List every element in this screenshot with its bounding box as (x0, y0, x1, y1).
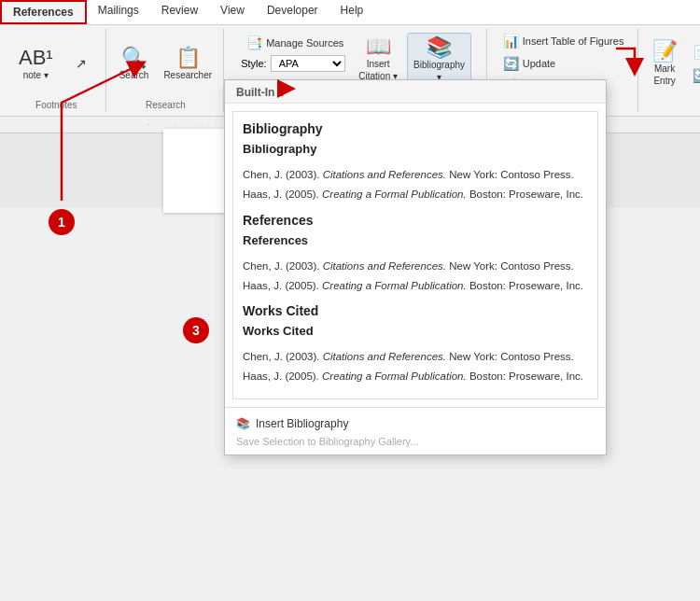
bib-entry-1: Chen, J. (2003). Citations and Reference… (243, 167, 588, 183)
bib-entry-2: Haas, J. (2005). Creating a Formal Publi… (243, 187, 588, 203)
update-index-icon: 🔄 (693, 68, 700, 83)
manage-sources-label: Manage Sources (266, 37, 343, 49)
works-cited-entry-1: Chen, J. (2003). Citations and Reference… (243, 349, 588, 365)
researcher-button[interactable]: 📋 Researcher (158, 44, 217, 84)
tab-help[interactable]: Help (329, 0, 375, 24)
footnote-icon: AB¹ (19, 48, 53, 68)
diagonal-arrow-icon: ↗ (76, 57, 87, 70)
index-group: 📝 Mark Entry 📄 In... Index 2 🔄 Update In… (640, 29, 700, 112)
works-cited-subsection-title[interactable]: Works Cited (243, 324, 588, 338)
search-label: Search (119, 70, 149, 80)
insert-citation-button[interactable]: 📖 Insert Citation ▾ (353, 33, 403, 85)
search-button[interactable]: 🔍 Search (114, 44, 155, 84)
dropdown-builtin-label: Built-In (225, 80, 606, 104)
insert-citation-icon: 📖 (366, 36, 391, 57)
footnotes-group: AB¹ note ▾ ↗ Footnotes (7, 29, 106, 112)
bibliography-section: Bibliography Bibliography Chen, J. (2003… (232, 111, 598, 399)
insert-bib-icon: 📚 (236, 417, 250, 430)
style-row: Style: APA MLA Chicago (241, 55, 349, 72)
tab-references[interactable]: References (0, 0, 87, 24)
research-group: 🔍 Search 📋 Researcher Research (108, 29, 224, 112)
references-subsection-title[interactable]: References (243, 233, 588, 247)
update-icon: 🔄 (503, 56, 519, 71)
insert-bibliography-label: Insert Bibliography (256, 417, 348, 430)
style-select[interactable]: APA MLA Chicago (271, 55, 345, 72)
table-figures-icon: 📊 (503, 34, 519, 49)
researcher-label: Researcher (163, 70, 212, 80)
researcher-icon: 📋 (175, 48, 201, 68)
works-cited-entry-2: Haas, J. (2005). Creating a Formal Publi… (243, 369, 588, 384)
insert-table-of-figures-label: Insert Table of Figures (523, 35, 624, 47)
bibliography-dropdown: Built-In Bibliography Bibliography Chen,… (224, 79, 607, 455)
footnote-label: note ▾ (23, 70, 49, 80)
works-cited-section-title: Works Cited (243, 303, 588, 318)
footnotes-group-label: Footnotes (35, 96, 77, 110)
footnote-settings-button[interactable]: ↗ (63, 53, 100, 74)
tab-view[interactable]: View (209, 0, 256, 24)
bibliography-icon: 📚 (427, 37, 452, 58)
insert-table-of-figures-button[interactable]: 📊 Insert Table of Figures (497, 31, 630, 51)
references-section-title: References (243, 213, 588, 228)
mark-entry-icon: 📝 (652, 41, 678, 62)
insert-citation-label: Insert (367, 59, 390, 69)
tab-bar: References Mailings Review View Develope… (0, 0, 700, 25)
mark-entry-button[interactable]: 📝 Mark Entry (646, 37, 683, 90)
tab-review[interactable]: Review (150, 0, 209, 24)
footnote-button[interactable]: AB¹ note ▾ (13, 44, 59, 84)
callout-1: 1 (49, 209, 75, 235)
style-label: Style: (241, 58, 267, 69)
insert-index-button[interactable]: 📄 In... Index 2 (687, 41, 700, 63)
ref-entry-1: Chen, J. (2003). Citations and Reference… (243, 259, 588, 274)
bibliography-subsection-title[interactable]: Bibliography (243, 142, 588, 156)
tab-developer[interactable]: Developer (256, 0, 329, 24)
update-label: Update (523, 58, 555, 69)
save-selection-button[interactable]: Save Selection to Bibliography Gallery..… (236, 434, 595, 449)
ref-entry-2: Haas, J. (2005). Creating a Formal Publi… (243, 278, 588, 294)
search-icon: 🔍 (121, 48, 147, 68)
bibliography-section-title: Bibliography (243, 121, 588, 136)
dropdown-footer: 📚 Insert Bibliography Save Selection to … (225, 407, 606, 454)
manage-sources-icon: 📑 (246, 35, 262, 50)
insert-index-icon: 📄 (693, 45, 700, 60)
manage-sources-button[interactable]: 📑 Manage Sources (241, 33, 349, 53)
bibliography-label: Bibliography (413, 60, 465, 70)
update-index-button[interactable]: 🔄 Update Index (687, 65, 700, 86)
mark-entry-label2: Entry (653, 76, 675, 86)
update-button[interactable]: 🔄 Update (497, 53, 561, 74)
mark-entry-label: Mark (654, 63, 675, 74)
tab-mailings[interactable]: Mailings (87, 0, 150, 24)
research-group-label: Research (146, 96, 186, 110)
callout-3: 3 (183, 317, 209, 343)
insert-bibliography-button[interactable]: 📚 Insert Bibliography (236, 413, 595, 434)
